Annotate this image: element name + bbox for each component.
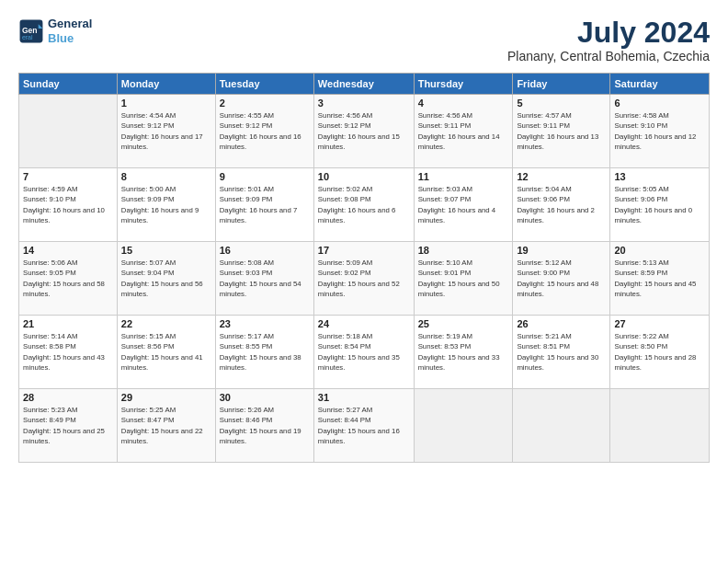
day-info: Sunrise: 4:56 AMSunset: 9:11 PMDaylight:… — [418, 110, 509, 152]
day-info: Sunrise: 5:10 AMSunset: 9:01 PMDaylight:… — [418, 258, 509, 299]
calendar-cell: 24Sunrise: 5:18 AMSunset: 8:54 PMDayligh… — [313, 316, 414, 389]
day-info: Sunrise: 5:05 AMSunset: 9:06 PMDaylight:… — [614, 184, 705, 225]
calendar-cell: 2Sunrise: 4:55 AMSunset: 9:12 PMDaylight… — [215, 95, 313, 168]
calendar-cell: 25Sunrise: 5:19 AMSunset: 8:53 PMDayligh… — [414, 316, 513, 389]
calendar-cell: 5Sunrise: 4:57 AMSunset: 9:11 PMDaylight… — [513, 95, 610, 168]
logo: Gen eral General Blue — [18, 17, 92, 45]
svg-text:Gen: Gen — [22, 25, 38, 34]
calendar-cell: 29Sunrise: 5:25 AMSunset: 8:47 PMDayligh… — [117, 389, 215, 463]
day-info: Sunrise: 4:57 AMSunset: 9:11 PMDaylight:… — [517, 110, 606, 152]
day-number: 17 — [318, 245, 410, 256]
calendar-cell: 8Sunrise: 5:00 AMSunset: 9:09 PMDaylight… — [117, 168, 215, 242]
day-number: 29 — [121, 392, 211, 403]
day-info: Sunrise: 5:22 AMSunset: 8:50 PMDaylight:… — [614, 331, 705, 373]
logo-icon: Gen eral — [18, 18, 44, 44]
day-info: Sunrise: 5:07 AMSunset: 9:04 PMDaylight:… — [121, 258, 211, 299]
calendar-cell: 13Sunrise: 5:05 AMSunset: 9:06 PMDayligh… — [610, 168, 710, 242]
day-info: Sunrise: 4:55 AMSunset: 9:12 PMDaylight:… — [220, 110, 310, 152]
weekday-header-sunday: Sunday — [19, 74, 118, 95]
calendar-cell: 23Sunrise: 5:17 AMSunset: 8:55 PMDayligh… — [215, 316, 313, 389]
calendar-cell: 17Sunrise: 5:09 AMSunset: 9:02 PMDayligh… — [313, 242, 414, 316]
calendar-cell: 31Sunrise: 5:27 AMSunset: 8:44 PMDayligh… — [313, 389, 414, 463]
day-number: 22 — [121, 318, 211, 329]
calendar-cell: 6Sunrise: 4:58 AMSunset: 9:10 PMDaylight… — [610, 95, 710, 168]
calendar-cell — [19, 95, 118, 168]
day-number: 18 — [418, 245, 509, 256]
calendar-cell: 14Sunrise: 5:06 AMSunset: 9:05 PMDayligh… — [19, 242, 118, 316]
day-info: Sunrise: 5:26 AMSunset: 8:46 PMDaylight:… — [220, 405, 310, 446]
calendar-cell: 28Sunrise: 5:23 AMSunset: 8:49 PMDayligh… — [19, 389, 118, 463]
day-number: 27 — [614, 318, 705, 329]
day-info: Sunrise: 5:06 AMSunset: 9:05 PMDaylight:… — [23, 258, 113, 299]
day-info: Sunrise: 4:54 AMSunset: 9:12 PMDaylight:… — [121, 110, 211, 152]
day-info: Sunrise: 5:14 AMSunset: 8:58 PMDaylight:… — [23, 331, 113, 373]
weekday-header-monday: Monday — [117, 74, 215, 95]
day-number: 2 — [220, 98, 310, 109]
day-info: Sunrise: 5:23 AMSunset: 8:49 PMDaylight:… — [23, 405, 113, 446]
calendar-cell: 10Sunrise: 5:02 AMSunset: 9:08 PMDayligh… — [313, 168, 414, 242]
calendar-cell: 15Sunrise: 5:07 AMSunset: 9:04 PMDayligh… — [117, 242, 215, 316]
calendar-cell: 20Sunrise: 5:13 AMSunset: 8:59 PMDayligh… — [610, 242, 710, 316]
day-number: 1 — [121, 98, 211, 109]
day-number: 11 — [418, 171, 509, 182]
day-info: Sunrise: 5:17 AMSunset: 8:55 PMDaylight:… — [220, 331, 310, 373]
calendar-cell: 7Sunrise: 4:59 AMSunset: 9:10 PMDaylight… — [19, 168, 118, 242]
day-info: Sunrise: 5:15 AMSunset: 8:56 PMDaylight:… — [121, 331, 211, 373]
day-number: 24 — [318, 318, 410, 329]
day-number: 4 — [418, 98, 509, 109]
day-info: Sunrise: 5:12 AMSunset: 9:00 PMDaylight:… — [517, 258, 606, 299]
location: Planany, Central Bohemia, Czechia — [507, 49, 710, 63]
calendar-cell — [513, 389, 610, 463]
calendar-cell: 26Sunrise: 5:21 AMSunset: 8:51 PMDayligh… — [513, 316, 610, 389]
day-info: Sunrise: 5:04 AMSunset: 9:06 PMDaylight:… — [517, 184, 606, 225]
calendar-cell: 11Sunrise: 5:03 AMSunset: 9:07 PMDayligh… — [414, 168, 513, 242]
calendar-cell: 9Sunrise: 5:01 AMSunset: 9:09 PMDaylight… — [215, 168, 313, 242]
calendar-cell: 4Sunrise: 4:56 AMSunset: 9:11 PMDaylight… — [414, 95, 513, 168]
calendar-cell: 21Sunrise: 5:14 AMSunset: 8:58 PMDayligh… — [19, 316, 118, 389]
calendar-cell: 30Sunrise: 5:26 AMSunset: 8:46 PMDayligh… — [215, 389, 313, 463]
day-number: 30 — [220, 392, 310, 403]
day-number: 5 — [517, 98, 606, 109]
day-number: 12 — [517, 171, 606, 182]
day-number: 21 — [23, 318, 113, 329]
day-number: 6 — [614, 98, 705, 109]
day-number: 10 — [318, 171, 410, 182]
weekday-header-tuesday: Tuesday — [215, 74, 313, 95]
calendar-cell — [414, 389, 513, 463]
day-info: Sunrise: 5:01 AMSunset: 9:09 PMDaylight:… — [220, 184, 310, 225]
month-year: July 2024 — [507, 17, 710, 49]
calendar-cell: 19Sunrise: 5:12 AMSunset: 9:00 PMDayligh… — [513, 242, 610, 316]
day-info: Sunrise: 5:02 AMSunset: 9:08 PMDaylight:… — [318, 184, 410, 225]
weekday-header-wednesday: Wednesday — [313, 74, 414, 95]
calendar-cell: 18Sunrise: 5:10 AMSunset: 9:01 PMDayligh… — [414, 242, 513, 316]
day-number: 3 — [318, 98, 410, 109]
day-number: 20 — [614, 245, 705, 256]
calendar-cell: 27Sunrise: 5:22 AMSunset: 8:50 PMDayligh… — [610, 316, 710, 389]
day-number: 14 — [23, 245, 113, 256]
day-number: 7 — [23, 171, 113, 182]
calendar-cell: 22Sunrise: 5:15 AMSunset: 8:56 PMDayligh… — [117, 316, 215, 389]
weekday-header-thursday: Thursday — [414, 74, 513, 95]
day-info: Sunrise: 4:56 AMSunset: 9:12 PMDaylight:… — [318, 110, 410, 152]
day-number: 9 — [220, 171, 310, 182]
header: Gen eral General Blue July 2024 Planany,… — [18, 17, 710, 63]
day-info: Sunrise: 5:09 AMSunset: 9:02 PMDaylight:… — [318, 258, 410, 299]
day-info: Sunrise: 4:58 AMSunset: 9:10 PMDaylight:… — [614, 110, 705, 152]
day-info: Sunrise: 5:08 AMSunset: 9:03 PMDaylight:… — [220, 258, 310, 299]
day-info: Sunrise: 5:27 AMSunset: 8:44 PMDaylight:… — [318, 405, 410, 446]
calendar-cell: 12Sunrise: 5:04 AMSunset: 9:06 PMDayligh… — [513, 168, 610, 242]
calendar-cell: 16Sunrise: 5:08 AMSunset: 9:03 PMDayligh… — [215, 242, 313, 316]
day-number: 31 — [318, 392, 410, 403]
day-number: 25 — [418, 318, 509, 329]
title-block: July 2024 Planany, Central Bohemia, Czec… — [507, 17, 710, 63]
day-number: 23 — [220, 318, 310, 329]
day-info: Sunrise: 5:13 AMSunset: 8:59 PMDaylight:… — [614, 258, 705, 299]
day-info: Sunrise: 5:19 AMSunset: 8:53 PMDaylight:… — [418, 331, 509, 373]
day-info: Sunrise: 5:25 AMSunset: 8:47 PMDaylight:… — [121, 405, 211, 446]
day-info: Sunrise: 5:21 AMSunset: 8:51 PMDaylight:… — [517, 331, 606, 373]
weekday-header-saturday: Saturday — [610, 74, 710, 95]
day-info: Sunrise: 5:18 AMSunset: 8:54 PMDaylight:… — [318, 331, 410, 373]
day-info: Sunrise: 5:00 AMSunset: 9:09 PMDaylight:… — [121, 184, 211, 225]
calendar-cell: 1Sunrise: 4:54 AMSunset: 9:12 PMDaylight… — [117, 95, 215, 168]
weekday-header-friday: Friday — [513, 74, 610, 95]
